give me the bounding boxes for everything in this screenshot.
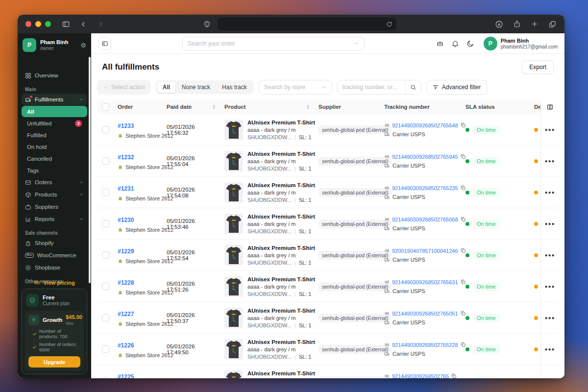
tracking-number-link[interactable]: 9214490309268502765228	[392, 342, 458, 348]
paid-date: 05/01/2026 17:49:50	[167, 343, 217, 355]
row-menu-icon[interactable]: ●●●	[544, 221, 555, 226]
sidebar-item-on-hold[interactable]: On hold	[22, 141, 87, 152]
product-thumbnail	[224, 120, 243, 140]
order-id-link[interactable]: #1230	[118, 217, 134, 223]
sidebar-scrollbar[interactable]	[89, 57, 91, 283]
order-id-link[interactable]: #1233	[118, 122, 134, 129]
tab-has-track[interactable]: Has track	[217, 82, 252, 93]
new-tab-icon[interactable]	[531, 20, 539, 28]
sidebar-item-overview[interactable]: Overview	[22, 70, 87, 81]
tracking-number-link[interactable]: 9214490309268502765068	[392, 217, 458, 222]
tracking-number-link[interactable]: 9200190407857100041246	[392, 248, 458, 254]
row-checkbox[interactable]	[102, 283, 109, 290]
row-menu-icon[interactable]: ●●●	[544, 284, 555, 289]
row-checkbox[interactable]	[102, 314, 109, 321]
tracking-number-link[interactable]: 9214490309268502765945	[392, 154, 458, 160]
select-all-checkbox[interactable]	[102, 103, 109, 111]
share-icon[interactable]	[513, 20, 521, 28]
sidebar-item-unfulfilled[interactable]: Unfulfilled 3	[22, 118, 87, 129]
row-checkbox[interactable]	[102, 220, 109, 227]
order-id-link[interactable]: #1226	[118, 342, 134, 349]
row-checkbox[interactable]	[102, 251, 109, 259]
row-checkbox[interactable]	[102, 377, 109, 378]
sort-product-icon[interactable]	[305, 104, 311, 110]
order-search-input[interactable]	[188, 40, 351, 47]
reload-icon[interactable]	[386, 21, 392, 27]
collapse-sidebar-icon[interactable]	[98, 37, 111, 50]
tracking-number-link[interactable]: 9214490309268502765051	[392, 311, 458, 317]
tracking-number-link[interactable]: 9214490309268502765631	[392, 279, 458, 285]
row-menu-icon[interactable]: ●●●	[544, 127, 555, 132]
dark-mode-moon-icon[interactable]	[466, 40, 474, 48]
row-checkbox[interactable]	[102, 345, 109, 353]
sidebar-item-woocommerce[interactable]: Woo WooCommerce	[22, 249, 87, 261]
sidebar-item-shopbase[interactable]: Shopbase	[22, 262, 87, 273]
copy-icon[interactable]	[451, 373, 457, 378]
notifications-bell-icon[interactable]	[451, 40, 459, 48]
order-id-link[interactable]: #1225	[118, 373, 134, 379]
tab-overview-icon[interactable]	[548, 20, 557, 28]
order-id-link[interactable]: #1232	[118, 154, 134, 161]
tab-all[interactable]: All	[157, 82, 175, 93]
notification-dot	[30, 96, 32, 98]
upgrade-button[interactable]: Upgrade	[28, 356, 80, 368]
product-title: AUnisex Premium T-Shirt	[247, 276, 315, 282]
workspace-settings-gear-icon[interactable]: ⚙	[80, 42, 86, 49]
select-action-dropdown[interactable]: Select action	[97, 80, 151, 95]
sidebar-item-label: Shopify	[35, 240, 84, 246]
columns-settings-icon[interactable]	[546, 103, 554, 111]
sort-paid-date-icon[interactable]	[211, 104, 217, 110]
workspace-switcher[interactable]: P Pham Binh owner ⚙	[18, 33, 91, 52]
order-search[interactable]	[182, 37, 365, 50]
zoom-window-button[interactable]	[45, 21, 51, 27]
pricing-crown-icon[interactable]	[436, 40, 444, 48]
sidebar-item-shopify[interactable]: Shopify	[22, 237, 87, 249]
sidebar-item-products[interactable]: Products	[22, 189, 87, 200]
advanced-filter-button[interactable]: Advanced filter	[426, 80, 487, 95]
row-menu-icon[interactable]: ●●●	[544, 346, 555, 352]
row-checkbox[interactable]	[102, 126, 109, 133]
row-menu-icon[interactable]: ●●●	[544, 158, 555, 164]
sidebar-item-tags[interactable]: Tags	[22, 165, 87, 176]
row-menu-icon[interactable]: ●●●	[544, 190, 555, 195]
sidebar-item-reports[interactable]: Reports	[22, 213, 87, 225]
row-menu-icon[interactable]: ●●●	[544, 252, 555, 258]
search-icon[interactable]	[405, 80, 421, 94]
row-checkbox[interactable]	[102, 189, 109, 196]
close-window-button[interactable]	[25, 21, 31, 27]
order-id-link[interactable]: #1228	[118, 279, 134, 286]
check-icon	[32, 332, 37, 336]
store-filter-select[interactable]: Search by store	[259, 80, 332, 95]
sidebar-item-fulfilled[interactable]: Fulfilled	[22, 129, 87, 141]
row-menu-icon[interactable]: ●●●	[544, 315, 555, 320]
tracking-number-link[interactable]: 9214490309268502765648	[392, 122, 458, 128]
account-menu[interactable]: P Pham Binh phambinh217@gmail.com	[484, 37, 558, 50]
tracking-search-input[interactable]	[338, 80, 405, 94]
tracking-number-link[interactable]: 9214490309268502765	[392, 373, 449, 379]
view-pricing-link[interactable]: View pricing	[18, 279, 91, 286]
order-id-link[interactable]: #1231	[118, 185, 134, 192]
product-sku: SHUOBGXDDW...	[247, 291, 292, 297]
order-id-link[interactable]: #1229	[118, 248, 134, 255]
sidebar-item-cancelled[interactable]: Cancelled	[22, 153, 87, 164]
downloads-icon[interactable]	[495, 20, 503, 28]
sidebar-item-all[interactable]: All	[22, 106, 87, 117]
sidebar-item-label: Fulfillments	[35, 97, 75, 102]
browser-sidebar-toggle-icon[interactable]	[62, 20, 70, 28]
sidebar-item-fulfillments[interactable]: Fulfillments	[22, 94, 87, 105]
minimize-window-button[interactable]	[35, 21, 41, 27]
row-checkbox[interactable]	[102, 157, 109, 165]
sidebar-item-orders[interactable]: Orders	[22, 176, 87, 188]
address-bar[interactable]	[218, 18, 396, 30]
back-icon[interactable]	[80, 21, 87, 28]
row-menu-icon[interactable]: ●●●	[544, 378, 555, 378]
forward-icon[interactable]	[97, 21, 104, 28]
order-id-link[interactable]: #1227	[118, 311, 134, 318]
tracking-number-link[interactable]: 9214490309268502765235	[392, 185, 458, 191]
privacy-shield-icon[interactable]	[203, 21, 211, 28]
product-variant: aaaa - dark grey / m	[247, 252, 315, 258]
product-title: AUnisex Premium T-Shirt	[247, 214, 315, 220]
export-button[interactable]: Export	[522, 60, 554, 74]
sidebar-item-suppliers[interactable]: Suppliers	[22, 201, 87, 213]
tab-none-track[interactable]: None track	[176, 82, 216, 93]
